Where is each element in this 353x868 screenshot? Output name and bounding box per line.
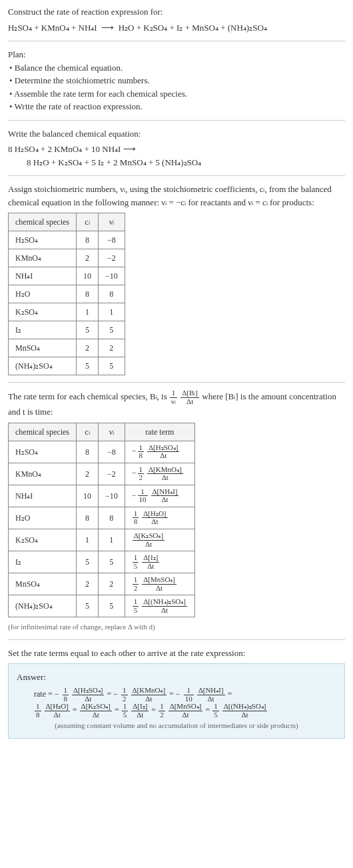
cell-rateterm: 12 Δ[MnSO₄]Δt [125, 573, 194, 595]
balanced-title: Write the balanced chemical equation: [8, 127, 345, 141]
cell-c: 5 [76, 321, 98, 339]
cell-species: K₂SO₄ [9, 303, 77, 321]
divider [8, 120, 345, 121]
table-row: H₂O88 [9, 285, 125, 303]
cell-v: 2 [98, 573, 125, 595]
cell-species: NH₄I [9, 267, 77, 285]
stoich-intro: Assign stoichiometric numbers, νᵢ, using… [8, 183, 345, 209]
col-v: νᵢ [98, 213, 125, 231]
cell-rateterm: −12 Δ[KMnO₄]Δt [125, 463, 194, 485]
cell-v: 5 [98, 595, 125, 617]
col-v: νᵢ [98, 423, 125, 441]
cell-c: 5 [76, 551, 98, 573]
cell-v: 1 [98, 303, 125, 321]
table-row: I₂5515 Δ[I₂]Δt [9, 551, 195, 573]
plan-item: • Assemble the rate term for each chemic… [8, 87, 345, 101]
cell-species: K₂SO₄ [9, 529, 77, 551]
col-c: cᵢ [76, 213, 98, 231]
cell-v: 8 [98, 285, 125, 303]
cell-v: −8 [98, 441, 125, 463]
rateterm-intro-a: The rate term for each chemical species,… [8, 391, 169, 401]
unbalanced-rhs: H₂O + K₂SO₄ + I₂ + MnSO₄ + (NH₄)₂SO₄ [119, 23, 267, 33]
plan-item: • Balance the chemical equation. [8, 61, 345, 75]
rate-generic-delta: Δ[Bᵢ]Δt [180, 389, 199, 405]
plan-item-text: Balance the chemical equation. [15, 63, 123, 73]
cell-c: 10 [76, 485, 98, 507]
cell-v: 5 [98, 321, 125, 339]
col-species: chemical species [9, 423, 77, 441]
cell-v: 5 [98, 357, 125, 375]
cell-species: H₂SO₄ [9, 231, 77, 249]
table-row: KMnO₄2−2−12 Δ[KMnO₄]Δt [9, 463, 195, 485]
cell-species: H₂O [9, 285, 77, 303]
table-row: I₂55 [9, 321, 125, 339]
cell-c: 2 [76, 573, 98, 595]
table-row: NH₄I10−10−110 Δ[NH₄I]Δt [9, 485, 195, 507]
divider [8, 382, 345, 383]
table-row: K₂SO₄11Δ[K₂SO₄]Δt [9, 529, 195, 551]
table-row: NH₄I10−10 [9, 267, 125, 285]
cell-species: H₂SO₄ [9, 441, 77, 463]
cell-v: −2 [98, 463, 125, 485]
cell-c: 1 [76, 529, 98, 551]
table-row: MnSO₄22 [9, 339, 125, 357]
divider [8, 639, 345, 640]
cell-species: NH₄I [9, 485, 77, 507]
table-row: K₂SO₄11 [9, 303, 125, 321]
cell-species: KMnO₄ [9, 463, 77, 485]
cell-rateterm: −110 Δ[NH₄I]Δt [125, 485, 194, 507]
cell-species: KMnO₄ [9, 249, 77, 267]
cell-species: (NH₄)₂SO₄ [9, 595, 77, 617]
unbalanced-equation: H₂SO₄ + KMnO₄ + NH₄I ⟶ H₂O + K₂SO₄ + I₂ … [8, 21, 345, 35]
cell-c: 2 [76, 463, 98, 485]
rateterm-table: chemical species cᵢ νᵢ rate term H₂SO₄8−… [8, 423, 195, 618]
table-row: (NH₄)₂SO₄55 [9, 357, 125, 375]
cell-species: (NH₄)₂SO₄ [9, 357, 77, 375]
cell-species: I₂ [9, 321, 77, 339]
unbalanced-lhs: H₂SO₄ + KMnO₄ + NH₄I [8, 23, 97, 33]
cell-c: 8 [76, 507, 98, 529]
plan-item: • Write the rate of reaction expression. [8, 100, 345, 113]
balanced-rhs: 8 H₂O + K₂SO₄ + 5 I₂ + 2 MnSO₄ + 5 (NH₄)… [27, 157, 201, 167]
plan-item-text: Write the rate of reaction expression. [15, 101, 143, 111]
cell-v: 5 [98, 551, 125, 573]
cell-c: 5 [76, 357, 98, 375]
cell-v: −8 [98, 231, 125, 249]
table-row: KMnO₄2−2 [9, 249, 125, 267]
table-row: H₂SO₄8−8−18 Δ[H₂SO₄]Δt [9, 441, 195, 463]
cell-c: 10 [76, 267, 98, 285]
rate-generic-coeff: 1νᵢ [170, 389, 177, 405]
col-c: cᵢ [76, 423, 98, 441]
cell-species: I₂ [9, 551, 77, 573]
cell-rateterm: Δ[K₂SO₄]Δt [125, 529, 194, 551]
stoich-table: chemical species cᵢ νᵢ H₂SO₄8−8KMnO₄2−2N… [8, 213, 125, 375]
cell-c: 8 [76, 231, 98, 249]
rate-expression: rate = − 18 Δ[H₂SO₄]Δt = − 12 Δ[KMnO₄]Δt… [17, 687, 336, 719]
plan-title: Plan: [8, 48, 345, 61]
cell-rateterm: 15 Δ[(NH₄)₂SO₄]Δt [125, 595, 194, 617]
cell-c: 1 [76, 303, 98, 321]
cell-v: 2 [98, 339, 125, 357]
cell-c: 2 [76, 249, 98, 267]
cell-v: −2 [98, 249, 125, 267]
table-row: (NH₄)₂SO₄5515 Δ[(NH₄)₂SO₄]Δt [9, 595, 195, 617]
plan-item-text: Assemble the rate term for each chemical… [14, 89, 187, 99]
rateterm-intro: The rate term for each chemical species,… [8, 389, 345, 419]
cell-rateterm: 18 Δ[H₂O]Δt [125, 507, 194, 529]
divider [8, 175, 345, 176]
cell-v: 1 [98, 529, 125, 551]
cell-v: −10 [98, 267, 125, 285]
cell-c: 8 [76, 441, 98, 463]
balanced-lhs: 8 H₂SO₄ + 2 KMnO₄ + 10 NH₄I [8, 144, 121, 154]
cell-v: −10 [98, 485, 125, 507]
cell-species: MnSO₄ [9, 339, 77, 357]
balanced-equation: 8 H₂SO₄ + 2 KMnO₄ + 10 NH₄I ⟶ 8 H₂O + K₂… [8, 143, 345, 169]
cell-species: H₂O [9, 507, 77, 529]
divider [8, 41, 345, 41]
cell-c: 8 [76, 285, 98, 303]
cell-c: 2 [76, 339, 98, 357]
answer-label: Answer: [17, 671, 336, 684]
col-rateterm: rate term [125, 423, 194, 441]
cell-c: 5 [76, 595, 98, 617]
final-intro: Set the rate terms equal to each other t… [8, 647, 345, 660]
